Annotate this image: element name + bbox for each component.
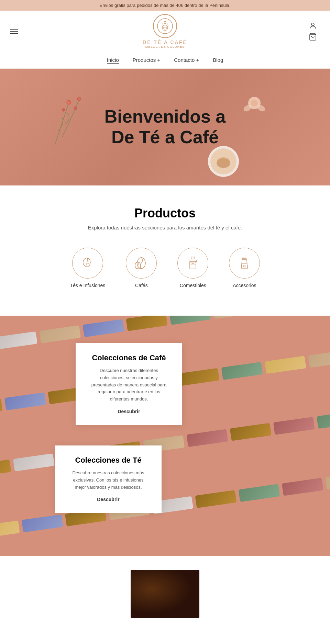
svg-point-29 — [134, 591, 144, 600]
svg-point-2 — [311, 23, 314, 26]
collection-cafe-cta[interactable]: Descubrir — [118, 409, 140, 414]
logo-area[interactable]: DE TÉ A CAFÉ MEZCLA DE COLORES — [24, 14, 306, 48]
nav-contacto[interactable]: Contacto + — [174, 57, 199, 64]
logo-subtitle: MEZCLA DE COLORES — [24, 45, 306, 48]
svg-point-30 — [152, 592, 164, 602]
jar-icon — [184, 255, 201, 272]
svg-rect-24 — [131, 570, 199, 618]
svg-rect-19 — [189, 260, 197, 262]
collection-card-te: Colecciones de Té Descubre nuestras cole… — [55, 445, 162, 513]
coffee-beans-image — [131, 570, 199, 618]
svg-point-23 — [243, 265, 245, 267]
svg-point-4 — [67, 100, 71, 104]
category-comestibles[interactable]: Comestibles — [177, 248, 208, 288]
svg-point-31 — [173, 588, 184, 597]
svg-point-9 — [251, 100, 258, 106]
svg-point-32 — [185, 594, 196, 604]
bottom-section — [0, 556, 330, 632]
products-section: Productos Explora todas nuestras seccion… — [0, 185, 330, 302]
hero-line1: Bienvenidos a — [104, 106, 226, 126]
svg-point-1 — [162, 25, 168, 31]
collection-cafe-title: Colecciones de Café — [88, 353, 170, 362]
collection-te-title: Colecciones de Té — [67, 456, 150, 465]
user-icon[interactable] — [309, 22, 317, 30]
collection-te-desc: Descubre nuestras colecciones más exclus… — [67, 470, 150, 491]
nav-inicio[interactable]: Inicio — [107, 57, 119, 64]
svg-point-25 — [139, 577, 150, 587]
hero-line2: De Té a Café — [111, 127, 219, 147]
category-cafes[interactable]: Cafés — [126, 248, 157, 288]
flower-right-decoration — [227, 89, 282, 144]
tes-label: Tés e Infusiones — [70, 283, 106, 288]
category-accesorios[interactable]: Accesorios — [229, 248, 260, 288]
accesorios-label: Accesorios — [233, 283, 256, 288]
hamburger-icon[interactable] — [10, 29, 24, 34]
banner-text: Envíos gratis para pedidos de más de 40€… — [100, 3, 231, 8]
svg-point-6 — [62, 109, 65, 111]
hero-section: Bienvenidos a De Té a Café — [0, 69, 330, 185]
collections-section: Colecciones de Café Descubre nuestras di… — [0, 316, 330, 556]
svg-point-33 — [143, 606, 153, 613]
flower-left-decoration — [34, 82, 103, 151]
accesorios-icon-circle — [229, 248, 260, 279]
hero-text: Bienvenidos a De Té a Café — [104, 106, 226, 148]
cart-icon[interactable] — [309, 33, 317, 41]
logo-text: DE TÉ A CAFÉ — [24, 39, 306, 45]
collection-cafe-desc: Descubre nuestras diferentes colecciones… — [88, 367, 170, 403]
svg-point-15 — [217, 157, 230, 164]
tea-leaf-icon — [79, 255, 96, 272]
svg-point-28 — [178, 573, 189, 581]
coffee-beans-svg — [131, 570, 199, 618]
categories-grid: Tés e Infusiones Cafés — [14, 248, 316, 288]
nav-productos[interactable]: Productos + — [133, 57, 160, 64]
header: DE TÉ A CAFÉ MEZCLA DE COLORES — [0, 11, 330, 52]
svg-point-34 — [159, 602, 171, 613]
main-nav: Inicio Productos + Contacto + Blog — [0, 52, 330, 69]
tes-icon-circle — [72, 248, 103, 279]
hamburger-menu[interactable] — [10, 29, 24, 34]
accessories-icon — [236, 255, 253, 272]
coffee-cup-decoration — [206, 144, 241, 179]
svg-point-26 — [149, 574, 160, 583]
coffee-bean-icon — [133, 255, 150, 272]
header-actions — [306, 22, 320, 41]
comestibles-label: Comestibles — [180, 283, 206, 288]
collection-card-cafe: Colecciones de Café Descubre nuestras di… — [76, 343, 182, 425]
logo-circle — [153, 14, 177, 38]
cafes-label: Cafés — [135, 283, 148, 288]
top-banner: Envíos gratis para pedidos de más de 40€… — [0, 0, 330, 11]
logo-svg — [156, 18, 174, 35]
svg-point-35 — [180, 606, 191, 616]
cafes-icon-circle — [126, 248, 157, 279]
category-tes[interactable]: Tés e Infusiones — [70, 248, 106, 288]
products-title: Productos — [14, 206, 316, 221]
svg-rect-18 — [190, 261, 196, 269]
svg-point-7 — [74, 107, 77, 110]
svg-point-36 — [189, 583, 199, 591]
collection-te-cta[interactable]: Descubrir — [97, 497, 119, 502]
svg-point-5 — [77, 97, 81, 101]
nav-blog[interactable]: Blog — [213, 57, 223, 64]
svg-point-27 — [163, 578, 174, 589]
collection-cards-container: Colecciones de Café Descubre nuestras di… — [0, 316, 330, 540]
products-subtitle: Explora todas nuestras secciones para lo… — [14, 225, 316, 230]
comestibles-icon-circle — [177, 248, 208, 279]
